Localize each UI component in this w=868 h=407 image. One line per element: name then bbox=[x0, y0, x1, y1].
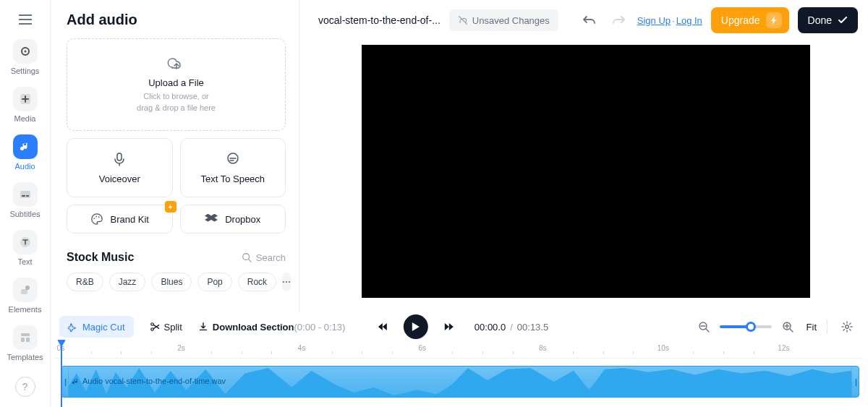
stock-search-label: Search bbox=[256, 252, 286, 263]
upload-sub: Click to browse, ordrag & drop a file he… bbox=[137, 91, 216, 113]
clip-handle-right[interactable]: || bbox=[851, 367, 859, 397]
svg-point-1 bbox=[24, 51, 26, 53]
help-button[interactable]: ? bbox=[15, 377, 35, 397]
tick-minor bbox=[723, 351, 724, 354]
rail-templates[interactable]: Templates bbox=[0, 322, 50, 364]
rail-audio[interactable]: Audio bbox=[0, 132, 50, 173]
tag-blues[interactable]: Blues bbox=[151, 273, 192, 291]
timeline[interactable]: 0s2s4s6s8s10s12s || Audio vocal-stem-to-… bbox=[55, 344, 862, 402]
menu-button[interactable] bbox=[11, 9, 40, 30]
rail-media[interactable]: Media bbox=[0, 84, 50, 126]
tick-major: 10s bbox=[658, 344, 669, 352]
svg-point-15 bbox=[95, 216, 97, 218]
tag-jazz[interactable]: Jazz bbox=[109, 273, 146, 291]
rail-settings[interactable]: Settings bbox=[0, 36, 50, 78]
top-bar: vocal-stem-to-the-end-of-... Unsaved Cha… bbox=[299, 0, 868, 40]
play-button[interactable] bbox=[404, 314, 428, 339]
tick-major: 6s bbox=[418, 344, 426, 352]
svg-rect-5 bbox=[26, 195, 29, 197]
svg-rect-12 bbox=[117, 153, 122, 160]
tick-minor bbox=[271, 351, 272, 354]
brandkit-card[interactable]: Brand Kit bbox=[67, 205, 173, 234]
magic-cut-button[interactable]: Magic Cut bbox=[59, 316, 134, 338]
panel-title: Add audio bbox=[67, 12, 286, 28]
tick-minor bbox=[242, 351, 242, 354]
timeline-settings-button[interactable] bbox=[838, 317, 856, 336]
fit-button[interactable]: Fit bbox=[807, 322, 817, 333]
zoom-out-button[interactable] bbox=[695, 318, 712, 335]
upload-dropzone[interactable]: Upload a File Click to browse, ordrag & … bbox=[67, 38, 286, 131]
download-label: Download Section bbox=[213, 322, 294, 333]
playhead[interactable] bbox=[61, 344, 62, 407]
zoom-in-button[interactable] bbox=[779, 318, 796, 335]
skip-back-button[interactable] bbox=[373, 317, 393, 337]
gear-icon bbox=[841, 321, 853, 333]
transport-controls: 00:00.0/00:13.5 bbox=[373, 314, 548, 339]
svg-point-19 bbox=[150, 328, 153, 331]
rail-subtitles[interactable]: Subtitles bbox=[0, 179, 50, 221]
tick-minor bbox=[513, 351, 514, 354]
speech-icon bbox=[226, 152, 240, 166]
download-section-button[interactable]: Download Section(0:00 - 0:13) bbox=[198, 322, 346, 333]
done-button[interactable]: Done bbox=[798, 7, 858, 33]
stock-title: Stock Music bbox=[67, 251, 134, 264]
tag-rock[interactable]: Rock bbox=[238, 273, 276, 291]
palette-icon bbox=[90, 213, 103, 226]
cloud-upload-icon bbox=[166, 56, 187, 72]
audio-icon bbox=[72, 377, 80, 385]
upgrade-button[interactable]: Upgrade bbox=[711, 7, 789, 33]
signup-link[interactable]: Sign Up bbox=[637, 15, 671, 26]
plus-box-icon bbox=[20, 93, 31, 105]
dropbox-icon bbox=[205, 213, 218, 225]
redo-button[interactable] bbox=[608, 10, 629, 30]
zoom-knob[interactable] bbox=[746, 322, 756, 332]
tick-minor bbox=[603, 351, 604, 354]
tick-minor bbox=[121, 351, 122, 354]
tick-major: 2s bbox=[177, 344, 185, 352]
tag-more[interactable]: ⋯ bbox=[282, 273, 291, 291]
svg-rect-11 bbox=[26, 338, 30, 342]
undo-button[interactable] bbox=[579, 10, 600, 30]
scissors-icon bbox=[150, 322, 160, 332]
svg-rect-9 bbox=[21, 333, 30, 336]
audio-clip[interactable]: || Audio vocal-stem-to-the-end-of-time.w… bbox=[61, 366, 859, 398]
play-icon bbox=[412, 322, 420, 332]
tick-minor bbox=[693, 351, 694, 354]
tick-minor bbox=[452, 351, 453, 354]
magic-icon bbox=[68, 322, 78, 332]
video-preview[interactable] bbox=[362, 45, 810, 298]
split-button[interactable]: Split bbox=[142, 316, 190, 338]
rail-elements[interactable]: Elements bbox=[0, 275, 50, 317]
svg-point-14 bbox=[93, 218, 95, 219]
stock-search[interactable]: Search bbox=[242, 252, 286, 263]
timeline-ruler[interactable]: 0s2s4s6s8s10s12s bbox=[55, 344, 862, 359]
zoom-slider[interactable] bbox=[720, 325, 772, 328]
dropbox-label: Dropbox bbox=[225, 214, 260, 225]
skip-forward-button[interactable] bbox=[438, 317, 459, 337]
clip-handle-left[interactable]: || bbox=[61, 367, 69, 397]
tick-minor bbox=[151, 351, 152, 354]
tick-minor bbox=[754, 351, 754, 354]
upload-title: Upload a File bbox=[148, 77, 204, 88]
voiceover-card[interactable]: Voiceover bbox=[67, 138, 173, 197]
skip-back-icon bbox=[378, 322, 389, 332]
tag-pop[interactable]: Pop bbox=[197, 273, 231, 291]
svg-rect-10 bbox=[21, 338, 25, 342]
brandkit-label: Brand Kit bbox=[111, 214, 149, 225]
rail-subtitles-label: Subtitles bbox=[9, 210, 40, 218]
cloud-off-icon bbox=[458, 15, 468, 25]
rail-text[interactable]: Text bbox=[0, 227, 50, 269]
login-link[interactable]: Log In bbox=[676, 15, 702, 26]
dropbox-card[interactable]: Dropbox bbox=[180, 205, 286, 234]
zoom-out-icon bbox=[698, 321, 710, 333]
rail-audio-label: Audio bbox=[14, 162, 35, 171]
tag-rnb[interactable]: R&B bbox=[67, 273, 103, 291]
svg-rect-3 bbox=[20, 191, 30, 198]
tts-card[interactable]: Text To Speech bbox=[180, 138, 286, 197]
project-name[interactable]: vocal-stem-to-the-end-of-... bbox=[318, 14, 441, 26]
rail-elements-label: Elements bbox=[9, 305, 42, 314]
unsaved-badge: Unsaved Changes bbox=[449, 9, 558, 31]
voiceover-label: Voiceover bbox=[99, 173, 140, 184]
tick-major: 12s bbox=[778, 344, 789, 352]
rail-settings-label: Settings bbox=[11, 67, 40, 75]
